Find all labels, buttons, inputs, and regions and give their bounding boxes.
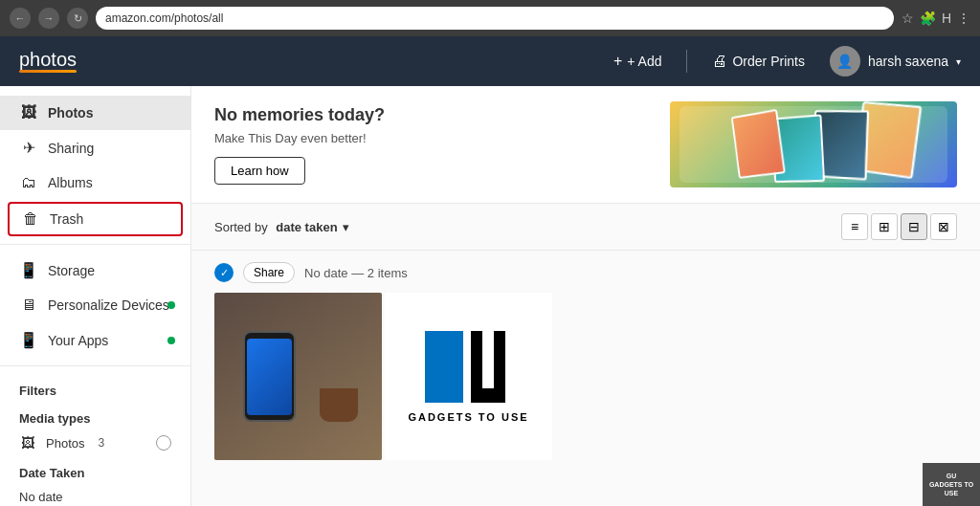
address-bar[interactable]: amazon.com/photos/all bbox=[96, 7, 894, 30]
add-label: + Add bbox=[627, 54, 661, 69]
app-logo: photos bbox=[19, 50, 77, 73]
sidebar-filter-photos[interactable]: 🖼 Photos 3 bbox=[0, 429, 190, 456]
banner-heading: No memories today? bbox=[214, 105, 385, 125]
content-area: No memories today? Make This Day even be… bbox=[191, 86, 980, 506]
gadgets-logo-svg bbox=[425, 331, 511, 407]
toolbar: Sorted by date taken ▾ ≡ ⊞ ⊟ ⊠ bbox=[191, 204, 980, 251]
grid3-icon: ⊟ bbox=[908, 219, 920, 234]
order-prints-button[interactable]: 🖨 Order Prints bbox=[702, 48, 813, 75]
sidebar-item-storage[interactable]: 📱 Storage bbox=[0, 253, 190, 288]
date-taken-title: Date Taken bbox=[0, 456, 190, 484]
photo-thumb-2[interactable]: GADGETS TO USE bbox=[385, 293, 552, 460]
sidebar-item-your-apps[interactable]: 📱 Your Apps bbox=[0, 322, 190, 358]
svg-rect-5 bbox=[471, 388, 505, 403]
main-content: 🖼 Photos ✈ Sharing 🗂 Albums 🗑 Trash 📱 St… bbox=[0, 86, 980, 506]
sort-chevron-icon: ▾ bbox=[343, 220, 349, 234]
sidebar-item-photos[interactable]: 🖼 Photos bbox=[0, 96, 190, 130]
cup-shape bbox=[320, 388, 358, 422]
profile-icon[interactable]: H bbox=[942, 11, 951, 26]
sort-label: Sorted by bbox=[214, 220, 271, 234]
sidebar-item-trash[interactable]: 🗑 Trash bbox=[8, 202, 183, 236]
view-grid2-button[interactable]: ⊞ bbox=[871, 213, 898, 240]
media-types-title: Media types bbox=[0, 402, 190, 429]
storage-icon: 📱 bbox=[19, 261, 38, 279]
grid4-icon: ⊠ bbox=[938, 219, 949, 234]
header-actions: + + Add 🖨 Order Prints 👤 harsh saxena ▾ bbox=[604, 46, 961, 77]
personalize-dot bbox=[167, 301, 175, 309]
add-icon: + bbox=[613, 53, 622, 70]
back-button[interactable]: ← bbox=[10, 8, 31, 29]
banner: No memories today? Make This Day even be… bbox=[191, 86, 980, 204]
photos-icon: 🖼 bbox=[19, 104, 38, 121]
printer-icon: 🖨 bbox=[712, 53, 727, 70]
grid2-icon: ⊞ bbox=[879, 219, 890, 234]
reload-button[interactable]: ↻ bbox=[67, 8, 88, 29]
banner-text: No memories today? Make This Day even be… bbox=[214, 105, 385, 185]
sidebar-item-albums[interactable]: 🗂 Albums bbox=[0, 165, 190, 200]
view-grid3-button[interactable]: ⊟ bbox=[901, 213, 927, 240]
sidebar-apps-label: Your Apps bbox=[48, 333, 108, 348]
share-button[interactable]: Share bbox=[243, 262, 295, 283]
svg-rect-2 bbox=[444, 364, 463, 379]
sidebar-divider-1 bbox=[0, 244, 190, 245]
apps-icon: 📱 bbox=[19, 331, 38, 349]
filter-photos-icon: 🖼 bbox=[19, 435, 36, 451]
svg-rect-4 bbox=[494, 331, 505, 388]
url-text: amazon.com/photos/all bbox=[105, 11, 223, 25]
gadgets-logo-image: GADGETS TO USE bbox=[385, 293, 552, 460]
avatar-initial: 👤 bbox=[836, 54, 853, 69]
trash-icon: 🗑 bbox=[21, 210, 40, 228]
sidebar-filter-no-date[interactable]: No date bbox=[0, 484, 190, 506]
app-header: photos + + Add 🖨 Order Prints 👤 harsh sa… bbox=[0, 36, 980, 86]
user-name: harsh saxena bbox=[868, 54, 948, 69]
apps-dot bbox=[167, 337, 175, 344]
banner-image bbox=[670, 101, 957, 187]
user-menu[interactable]: 👤 harsh saxena ▾ bbox=[830, 46, 961, 77]
section-divider: — bbox=[351, 266, 368, 280]
header-divider bbox=[686, 50, 687, 73]
sidebar-photos-label: Photos bbox=[48, 105, 93, 121]
sidebar-divider-2 bbox=[0, 365, 190, 366]
corner-watermark: GU GADGETS TO USE bbox=[923, 463, 980, 506]
sidebar-item-sharing[interactable]: ✈ Sharing bbox=[0, 130, 190, 165]
section-select-all[interactable]: ✓ bbox=[214, 263, 234, 282]
chevron-down-icon: ▾ bbox=[956, 56, 961, 67]
browser-action-icons: ☆ 🧩 H ⋮ bbox=[902, 11, 970, 26]
film-strip bbox=[679, 106, 947, 183]
phone-screen bbox=[247, 339, 292, 415]
view-grid4-button[interactable]: ⊠ bbox=[930, 213, 957, 240]
phone-image bbox=[214, 293, 382, 460]
logo-box: GADGETS TO USE bbox=[408, 331, 528, 423]
filter-photos-label: Photos bbox=[46, 436, 84, 451]
avatar: 👤 bbox=[830, 46, 860, 77]
filter-photos-radio[interactable] bbox=[156, 435, 171, 451]
section-no-date-label: No date — 2 items bbox=[304, 266, 408, 280]
learn-how-button[interactable]: Learn how bbox=[214, 157, 305, 185]
add-button[interactable]: + + Add bbox=[604, 48, 672, 75]
film-card-1 bbox=[731, 109, 786, 179]
sort-value: date taken bbox=[276, 220, 337, 234]
menu-icon[interactable]: ⋮ bbox=[957, 11, 970, 26]
banner-subtext: Make This Day even better! bbox=[214, 131, 385, 145]
albums-icon: 🗂 bbox=[19, 174, 38, 191]
bookmark-icon[interactable]: ☆ bbox=[902, 11, 914, 26]
extension-icon[interactable]: 🧩 bbox=[920, 11, 936, 26]
list-icon: ≡ bbox=[851, 219, 858, 234]
filter-photos-count: 3 bbox=[98, 436, 104, 450]
sidebar-albums-label: Albums bbox=[48, 175, 93, 190]
gadgets-text: GADGETS TO USE bbox=[408, 411, 528, 423]
sidebar-sharing-label: Sharing bbox=[48, 141, 94, 156]
watermark-text: GU GADGETS TO USE bbox=[923, 472, 980, 497]
sidebar-trash-label: Trash bbox=[50, 211, 83, 227]
film-cards bbox=[735, 108, 905, 181]
app-container: photos + + Add 🖨 Order Prints 👤 harsh sa… bbox=[0, 36, 980, 506]
section-header: ✓ Share No date — 2 items bbox=[214, 262, 957, 283]
forward-button[interactable]: → bbox=[38, 8, 59, 29]
logo-underline bbox=[19, 70, 77, 73]
sort-button[interactable]: Sorted by date taken ▾ bbox=[214, 220, 349, 234]
photo-thumb-1[interactable] bbox=[214, 293, 382, 460]
logo-letters bbox=[425, 331, 511, 407]
view-list-button[interactable]: ≡ bbox=[841, 213, 868, 240]
sidebar-item-personalize[interactable]: 🖥 Personalize Devices bbox=[0, 288, 190, 322]
no-date-label: No date bbox=[19, 490, 63, 504]
